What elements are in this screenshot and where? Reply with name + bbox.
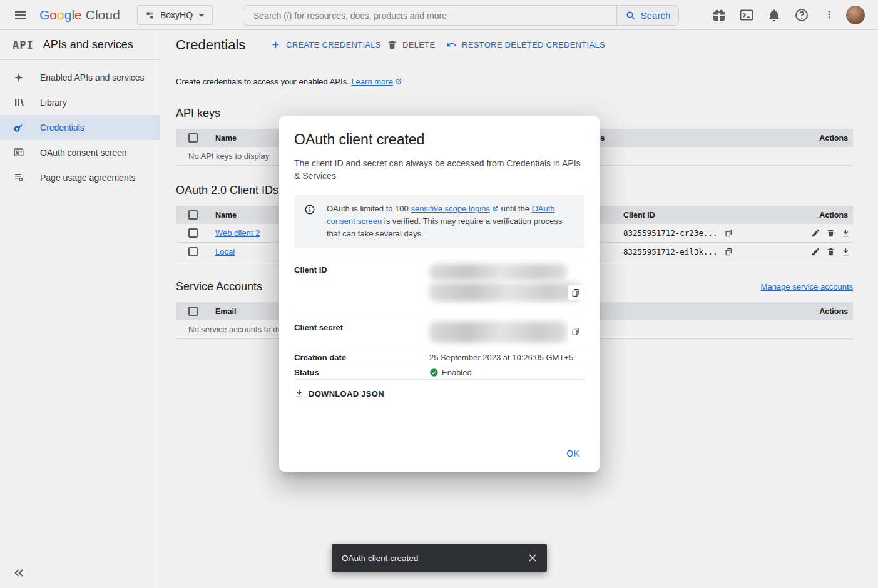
external-link-icon (492, 205, 499, 212)
redacted-blur (429, 322, 567, 343)
redacted-blur (429, 264, 567, 280)
creation-date-row: Creation date 25 September 2023 at 10:26… (294, 350, 584, 365)
toast: OAuth client created (332, 544, 547, 572)
client-secret-label: Client secret (294, 315, 429, 350)
status-value: Enabled (429, 368, 584, 377)
client-secret-value-redacted (429, 315, 584, 350)
check-circle-icon (429, 368, 439, 377)
close-icon[interactable] (526, 552, 539, 564)
info-icon (304, 204, 315, 215)
info-banner: OAuth is limited to 100 sensitive scope … (294, 195, 584, 248)
dialog-title: OAuth client created (294, 131, 584, 148)
copy-client-id-icon[interactable] (568, 285, 583, 300)
status-row: Status Enabled (294, 365, 584, 380)
gcp-console: Google Cloud BoxyHQ Search (0, 0, 878, 588)
client-id-row: Client ID (294, 256, 584, 315)
status-label: Status (294, 368, 429, 377)
toast-message: OAuth client created (342, 554, 526, 563)
info-text: OAuth is limited to 100 sensitive scope … (327, 203, 574, 240)
sensitive-scope-logins-link[interactable]: sensitive scope logins (411, 204, 489, 213)
creation-date-label: Creation date (294, 353, 429, 362)
download-icon (294, 388, 304, 398)
copy-client-secret-icon[interactable] (568, 324, 583, 339)
ok-button[interactable]: OK (561, 444, 584, 464)
creation-date-value: 25 September 2023 at 10:26:05 GMT+5 (429, 353, 584, 362)
dialog-fields: Client ID Client secret (294, 256, 584, 380)
client-secret-row: Client secret (294, 315, 584, 350)
client-id-value-redacted (429, 256, 584, 315)
dialog-description: The client ID and secret can always be a… (294, 157, 584, 182)
client-id-label: Client ID (294, 256, 429, 315)
download-json-button[interactable]: DOWNLOAD JSON (294, 388, 384, 398)
redacted-blur (429, 283, 582, 302)
oauth-client-created-dialog: OAuth client created The client ID and s… (279, 116, 600, 472)
